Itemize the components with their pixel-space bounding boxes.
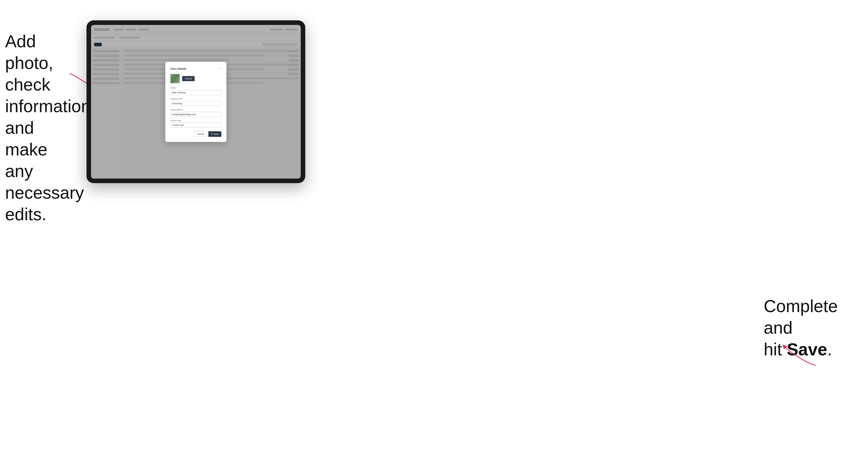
select-icons: × ⌃⌄: [215, 124, 220, 126]
display-name-form-group: Display name: [170, 98, 221, 106]
name-form-group: Name: [170, 87, 221, 95]
user-photo-image: [170, 74, 180, 83]
name-input[interactable]: [170, 90, 221, 95]
app-background: /: [91, 25, 301, 179]
modal-title-bar: User details ×: [170, 67, 221, 70]
modal-title: User details: [170, 67, 186, 70]
user-photo-thumbnail: [170, 74, 180, 83]
modal-footer: Cancel ⬆ Save: [170, 131, 221, 137]
annotation-left: Add photo, check information and make an…: [5, 31, 76, 225]
email-form-group: Email address: [170, 108, 221, 117]
school-year-select-wrapper: × ⌃⌄: [170, 123, 221, 128]
email-input[interactable]: [170, 112, 221, 117]
display-name-input[interactable]: [170, 101, 221, 106]
tablet-screen: /: [91, 25, 301, 179]
upload-photo-button[interactable]: Upload: [182, 76, 195, 81]
school-year-input[interactable]: [170, 123, 221, 128]
modal-close-button[interactable]: ×: [218, 67, 221, 70]
modal-overlay: User details × Upload Name: [91, 25, 301, 179]
display-name-label: Display name: [170, 98, 221, 100]
select-clear-icon[interactable]: ×: [215, 124, 217, 126]
tablet-device: /: [87, 20, 305, 183]
save-icon: ⬆: [211, 133, 213, 135]
arrow-right-indicator: [781, 344, 817, 367]
save-button[interactable]: ⬆ Save: [208, 131, 221, 137]
email-label: Email address: [170, 108, 221, 111]
school-year-form-group: School Year × ⌃⌄: [170, 120, 221, 128]
cancel-button[interactable]: Cancel: [194, 131, 207, 137]
user-details-modal: User details × Upload Name: [165, 62, 226, 142]
save-label: Save: [213, 133, 219, 135]
school-year-label: School Year: [170, 120, 221, 122]
modal-photo-section: Upload: [170, 74, 221, 83]
name-label: Name: [170, 87, 221, 89]
select-arrows-icon: ⌃⌄: [217, 124, 220, 126]
